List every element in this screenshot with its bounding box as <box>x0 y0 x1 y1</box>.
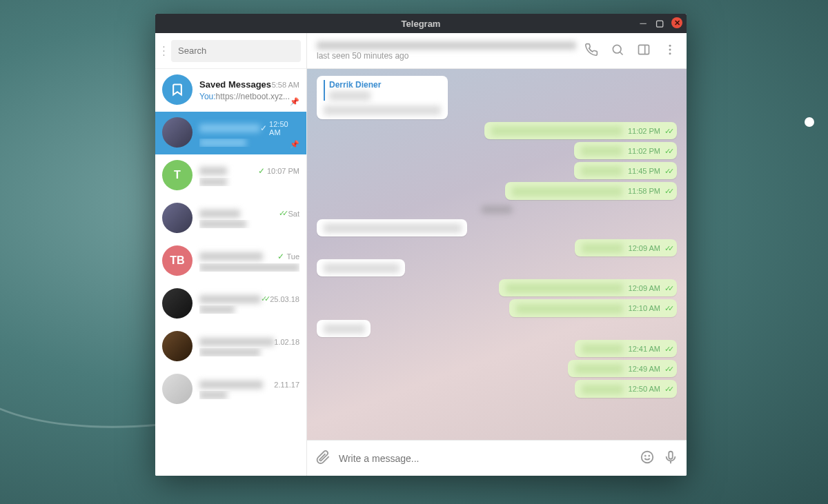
chat-item-preview: ████████ <box>199 220 299 228</box>
svg-line-1 <box>620 52 623 54</box>
chat-item-time: ✓✓ Sat <box>279 209 299 218</box>
pin-icon: 📌 <box>290 140 299 149</box>
more-icon[interactable] <box>663 43 677 59</box>
chat-header: ██████████ last seen 50 minutes ago <box>307 33 687 69</box>
message-bubble-out[interactable]: 11:58 PM✓✓ <box>505 182 677 199</box>
svg-point-0 <box>613 45 621 53</box>
chat-list-item[interactable]: ██████ ████ ████ 1.02.18 ████ ██████ <box>155 325 306 368</box>
search-input[interactable] <box>171 40 301 62</box>
chat-item-name: ██████████ <box>199 381 263 389</box>
chat-item-name: Saved Messages <box>199 79 271 90</box>
chat-list: Saved Messages 5:58 AM You: https://netb… <box>155 69 306 476</box>
chat-list-item[interactable]: ██████████ ✓ 12:50 AM ████████ 📌 <box>155 112 306 154</box>
window-title: Telegram <box>402 19 441 29</box>
message-bubble-in[interactable] <box>317 219 467 236</box>
chat-list-item[interactable]: T ███ ✓ 10:07 PM ██ <box>155 154 306 197</box>
chat-item-preview: ███ <box>199 391 299 399</box>
titlebar[interactable]: Telegram ─ ▢ ✕ <box>155 14 687 33</box>
read-check-icon: ✓✓ <box>664 364 671 374</box>
message-bubble-out[interactable]: 12:09 AM✓✓ <box>575 239 677 256</box>
chat-item-time: 1.02.18 <box>274 338 299 346</box>
message-bubble-out[interactable]: 12:41 AM✓✓ <box>575 340 677 357</box>
read-check-icon: ✓✓ <box>664 166 671 176</box>
voice-icon[interactable] <box>663 450 678 467</box>
sidebar-toggle-icon[interactable] <box>637 43 651 59</box>
message-time: 11:58 PM <box>628 186 660 196</box>
chat-item-time: ✓ Tue <box>277 252 299 261</box>
sidebar: Saved Messages 5:58 AM You: https://netb… <box>155 33 307 476</box>
read-check-icon: ✓✓ <box>664 344 671 354</box>
message-time: 12:09 AM <box>629 243 660 253</box>
read-check-icon: ✓✓ <box>664 384 671 394</box>
message-time: 12:09 AM <box>629 283 660 293</box>
attach-icon[interactable] <box>315 450 331 467</box>
message-time: 11:02 PM <box>628 146 660 156</box>
maximize-button[interactable]: ▢ <box>655 18 664 28</box>
read-check-icon: ✓✓ <box>664 126 671 136</box>
message-input[interactable] <box>339 453 631 464</box>
svg-point-9 <box>649 455 649 456</box>
close-button[interactable]: ✕ <box>671 17 682 28</box>
message-bubble-out[interactable]: 12:09 AM✓✓ <box>499 279 677 296</box>
message-time: 12:41 AM <box>629 344 660 354</box>
chat-item-preview: ██ <box>199 178 299 186</box>
chat-list-item[interactable]: ███ ███ ✓✓ Sat ████████ <box>155 197 306 240</box>
message-time: 11:02 PM <box>628 126 660 136</box>
pin-icon: 📌 <box>290 97 299 106</box>
avatar <box>162 117 193 148</box>
chat-header-info[interactable]: ██████████ last seen 50 minutes ago <box>317 41 576 61</box>
avatar: T <box>162 160 193 190</box>
chat-list-item[interactable]: ██████████ 2.11.17 ███ <box>155 368 306 411</box>
chat-item-name: ████ ██████ <box>199 295 261 303</box>
chat-item-name: ██████ ████ ████ <box>199 338 274 346</box>
reply-author: Derrik Diener <box>329 80 441 91</box>
minimize-button[interactable]: ─ <box>638 18 648 28</box>
chat-item-name: ██████████ <box>199 252 263 261</box>
chat-item-preview: ████████████████████ <box>199 263 299 272</box>
message-time: 12:50 AM <box>629 384 660 394</box>
chat-list-item[interactable]: Saved Messages 5:58 AM You: https://netb… <box>155 69 306 112</box>
chat-item-name: ██████████ <box>199 124 260 132</box>
menu-icon[interactable] <box>161 41 167 61</box>
composer <box>307 440 687 476</box>
message-time: 12:10 AM <box>629 303 660 313</box>
chat-panel: ██████████ last seen 50 minutes ago Derr… <box>307 33 687 476</box>
chat-item-time: ✓✓ 25.03.18 <box>261 294 299 303</box>
message-bubble-out[interactable]: 12:10 AM✓✓ <box>509 299 677 316</box>
call-icon[interactable] <box>584 43 598 59</box>
message-bubble-in[interactable]: Derrik Diener <box>317 76 448 119</box>
read-check-icon: ✓✓ <box>664 243 671 253</box>
message-bubble-in[interactable] <box>317 320 371 337</box>
message-bubble-out[interactable]: 11:02 PM✓✓ <box>574 142 677 159</box>
chat-item-preview: ████ ██████ <box>199 348 299 356</box>
chat-list-item[interactable]: ████ ██████ ✓✓ 25.03.18 ██████ <box>155 283 306 325</box>
svg-rect-10 <box>669 451 673 458</box>
svg-point-6 <box>669 52 671 54</box>
svg-point-8 <box>645 455 646 456</box>
search-icon[interactable] <box>611 43 624 59</box>
avatar: TB <box>162 245 193 276</box>
message-bubble-in[interactable] <box>317 259 405 276</box>
chat-item-time: ✓ 10:07 PM <box>258 166 299 176</box>
date-separator: ███ <box>481 205 513 214</box>
message-bubble-out[interactable]: 11:02 PM✓✓ <box>484 122 677 139</box>
chat-list-item[interactable]: TB ██████████ ✓ Tue ████████████████████ <box>155 240 306 283</box>
chat-item-preview: You: https://netboot.xyz... <box>199 92 299 101</box>
chat-item-preview: ████████ <box>199 139 299 147</box>
app-window: Telegram ─ ▢ ✕ Saved Messages 5:58 AM Yo… <box>155 14 687 476</box>
message-bubble-out[interactable]: 12:50 AM✓✓ <box>575 380 677 397</box>
message-area[interactable]: Derrik Diener11:02 PM✓✓11:02 PM✓✓11:45 P… <box>307 69 687 440</box>
svg-rect-2 <box>639 45 649 54</box>
svg-point-5 <box>669 48 671 50</box>
bookmark-icon <box>162 74 193 105</box>
message-bubble-out[interactable]: 11:45 PM✓✓ <box>574 162 677 179</box>
read-check-icon: ✓✓ <box>664 186 671 196</box>
message-bubble-out[interactable]: 12:49 AM✓✓ <box>568 360 677 377</box>
chat-item-time: 5:58 AM <box>272 81 299 89</box>
chat-item-preview: ██████ <box>199 305 299 314</box>
read-check-icon: ✓✓ <box>664 303 671 313</box>
avatar <box>162 374 193 404</box>
svg-point-4 <box>669 44 671 46</box>
chat-item-name: ███ ███ <box>199 210 240 218</box>
emoji-icon[interactable] <box>640 450 655 467</box>
